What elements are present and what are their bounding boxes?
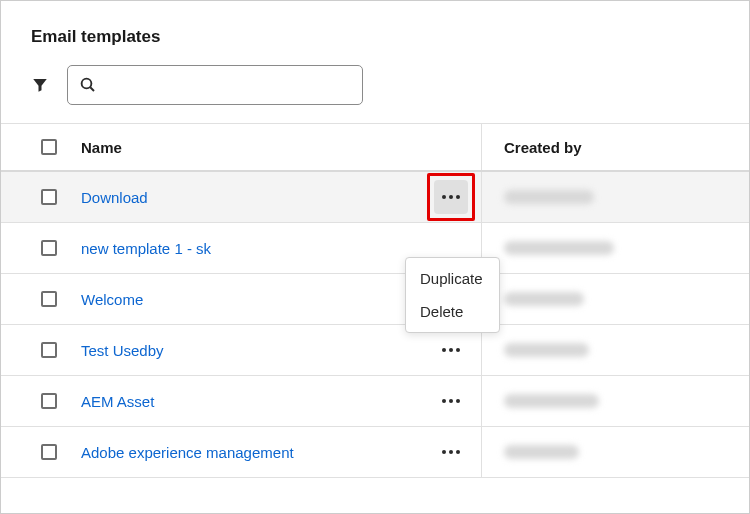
created-by-value [504,190,594,204]
created-by-value [504,445,579,459]
page-title: Email templates [31,27,719,47]
column-header-created-by[interactable]: Created by [481,124,739,170]
template-name-link[interactable]: Download [81,189,148,206]
created-by-value [504,292,584,306]
table-row[interactable]: Download [1,172,749,223]
page-header: Email templates [1,1,749,65]
table-row[interactable]: AEM Asset [1,376,749,427]
select-all-checkbox[interactable] [41,139,57,155]
more-icon [442,450,460,454]
templates-table: Name Created by Download new template 1 … [1,123,749,478]
search-field [67,65,363,105]
row-checkbox[interactable] [41,444,57,460]
row-checkbox[interactable] [41,240,57,256]
table-row[interactable]: new template 1 - sk [1,223,749,274]
more-actions-button[interactable] [434,435,468,469]
more-actions-button[interactable] [434,384,468,418]
row-actions-menu: Duplicate Delete [405,257,500,333]
more-actions-button[interactable] [434,180,468,214]
search-input[interactable] [67,65,363,105]
template-name-link[interactable]: Test Usedby [81,342,164,359]
toolbar [1,65,749,123]
table-row[interactable]: Test Usedby [1,325,749,376]
created-by-value [504,343,589,357]
row-checkbox[interactable] [41,189,57,205]
template-name-link[interactable]: Welcome [81,291,143,308]
table-row[interactable]: Adobe experience management [1,427,749,478]
row-checkbox[interactable] [41,393,57,409]
column-header-name[interactable]: Name [81,139,421,156]
row-checkbox[interactable] [41,342,57,358]
created-by-value [504,394,599,408]
more-icon [442,348,460,352]
table-header-row: Name Created by [1,124,749,172]
template-name-link[interactable]: Adobe experience management [81,444,294,461]
filter-icon[interactable] [31,76,49,94]
more-actions-button[interactable] [434,333,468,367]
created-by-value [504,241,614,255]
more-icon [442,195,460,199]
template-name-link[interactable]: new template 1 - sk [81,240,211,257]
table-row[interactable]: Welcome [1,274,749,325]
template-name-link[interactable]: AEM Asset [81,393,154,410]
more-icon [442,399,460,403]
row-checkbox[interactable] [41,291,57,307]
menu-item-duplicate[interactable]: Duplicate [406,262,499,295]
menu-item-delete[interactable]: Delete [406,295,499,328]
